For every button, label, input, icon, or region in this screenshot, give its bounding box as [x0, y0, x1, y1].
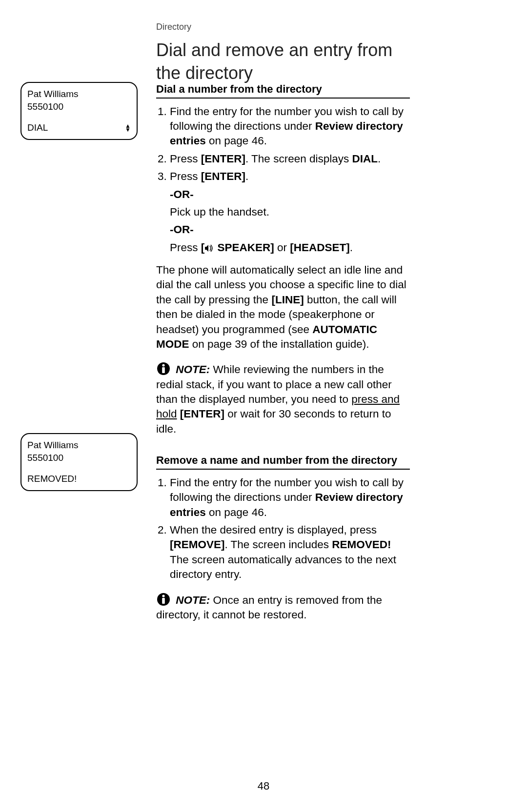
- breadcrumb: Directory: [156, 22, 191, 32]
- step-1: Find the entry for the number you wish t…: [170, 475, 410, 520]
- lcd-display-dial: Pat Williams 5550100 DIAL ▲▼: [20, 82, 138, 140]
- or-label: -OR-: [170, 222, 410, 237]
- svg-rect-2: [162, 367, 165, 373]
- svg-rect-5: [162, 598, 165, 604]
- lcd-entry-name: Pat Williams: [27, 439, 131, 452]
- page-title: Dial and remove an entry from the direct…: [156, 39, 410, 85]
- pickup-handset: Pick up the handset.: [170, 205, 410, 219]
- info-icon: [156, 592, 171, 607]
- section-heading-dial: Dial a number from the directory: [156, 82, 410, 99]
- lcd-entry-number: 5550100: [27, 452, 131, 464]
- info-icon: [156, 361, 171, 376]
- note-cannot-restore: NOTE: Once an entry is removed from the …: [156, 592, 410, 623]
- lcd-status-label: REMOVED!: [27, 473, 131, 485]
- step-2: When the desired entry is displayed, pre…: [170, 523, 410, 582]
- lcd-entry-name: Pat Williams: [27, 88, 131, 100]
- speaker-icon: [204, 241, 214, 256]
- note-redial: NOTE: While reviewing the numbers in the…: [156, 361, 410, 436]
- step-3: Press [ENTER]. -OR- Pick up the handset.…: [170, 169, 410, 256]
- section1-steps: Find the entry for the number you wish t…: [156, 104, 410, 256]
- step-1: Find the entry for the number you wish t…: [170, 104, 410, 149]
- press-speaker-headset: Press [ SPEAKER] or [HEADSET].: [170, 240, 410, 256]
- auto-select-paragraph: The phone will automatically select an i…: [156, 263, 410, 352]
- svg-point-4: [162, 594, 164, 597]
- lcd-display-removed: Pat Williams 5550100 REMOVED!: [20, 433, 138, 491]
- step-2: Press [ENTER]. The screen displays DIAL.: [170, 152, 410, 166]
- svg-point-1: [162, 364, 164, 367]
- section2-steps: Find the entry for the number you wish t…: [156, 475, 410, 582]
- page-number: 48: [0, 780, 527, 792]
- lcd-entry-number: 5550100: [27, 100, 131, 113]
- section-heading-remove: Remove a name and number from the direct…: [156, 453, 410, 470]
- or-label: -OR-: [170, 187, 410, 202]
- nav-arrows-icon: ▲▼: [125, 124, 131, 132]
- lcd-action-label: DIAL: [27, 121, 48, 134]
